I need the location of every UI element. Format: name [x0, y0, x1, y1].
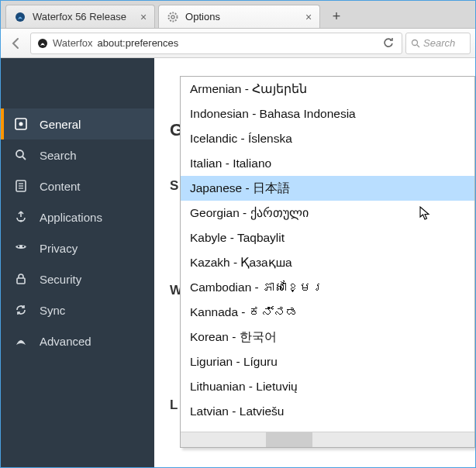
sidebar-item-security[interactable]: Security — [1, 263, 154, 294]
sidebar-item-advanced[interactable]: Advanced — [1, 325, 154, 356]
waterfox-icon — [37, 38, 48, 49]
svg-point-7 — [19, 122, 23, 126]
scrollbar-thumb[interactable] — [266, 432, 312, 448]
svg-line-9 — [22, 157, 26, 160]
sidebar-label: Privacy — [40, 242, 78, 255]
sidebar-item-general[interactable]: General — [1, 108, 154, 139]
close-icon[interactable]: × — [140, 11, 147, 23]
tab-strip: Waterfox 56 Release × Options × + — [1, 1, 475, 29]
url-text: about:preferences — [98, 37, 378, 49]
language-option[interactable]: Ligurian - Líguru — [181, 349, 474, 374]
advanced-icon — [13, 333, 29, 349]
dropdown-scrollbar[interactable] — [181, 432, 474, 447]
svg-point-14 — [18, 246, 20, 248]
sidebar-label: Advanced — [40, 335, 91, 348]
sync-icon — [13, 302, 29, 318]
sidebar-item-search[interactable]: Search — [1, 139, 154, 170]
sidebar-label: Sync — [40, 304, 65, 317]
gear-icon — [167, 11, 179, 23]
svg-point-2 — [171, 15, 174, 19]
sidebar-item-sync[interactable]: Sync — [1, 294, 154, 325]
svg-point-17 — [20, 338, 22, 340]
close-icon[interactable]: × — [305, 11, 312, 23]
svg-point-4 — [412, 40, 418, 45]
sidebar-item-applications[interactable]: Applications — [1, 201, 154, 232]
url-bar[interactable]: Waterfox about:preferences — [30, 33, 402, 54]
tab-label: Options — [185, 11, 220, 22]
language-option[interactable]: Icelandic - Íslenska — [181, 126, 474, 151]
new-tab-button[interactable]: + — [326, 6, 347, 26]
back-button[interactable] — [5, 33, 27, 54]
svg-line-5 — [417, 45, 419, 47]
privacy-icon — [13, 240, 29, 256]
language-option[interactable]: Latvian - Latviešu — [181, 399, 474, 424]
search-placeholder: Search — [423, 37, 455, 49]
sidebar-label: Search — [40, 149, 77, 162]
tab-waterfox-release[interactable]: Waterfox 56 Release × — [5, 5, 155, 28]
language-option[interactable]: Cambodian - ភាសាខ្មែរ — [181, 275, 474, 300]
language-option[interactable]: Italian - Italiano — [181, 151, 474, 176]
waterfox-icon — [14, 11, 26, 23]
tab-options[interactable]: Options × — [158, 5, 320, 28]
general-icon — [13, 116, 29, 132]
sidebar-label: Applications — [40, 211, 102, 224]
peek-letter: L — [170, 397, 178, 413]
sidebar-label: Content — [40, 180, 81, 193]
content-icon — [13, 178, 29, 194]
sidebar-label: Security — [40, 273, 81, 286]
language-option[interactable]: Kazakh - Қазақша — [181, 250, 474, 275]
search-icon — [13, 147, 29, 163]
search-icon — [411, 39, 420, 48]
applications-icon — [13, 209, 29, 225]
svg-point-1 — [169, 12, 178, 21]
dropdown-list: Armenian - ՀայերենIndonesian - Bahasa In… — [181, 77, 474, 432]
peek-letter: S — [170, 178, 178, 194]
language-option[interactable]: Japanese - 日本語 — [181, 176, 474, 201]
svg-rect-16 — [17, 278, 25, 284]
language-option[interactable]: Kannada - ಕನ್ನಡ — [181, 300, 474, 325]
svg-point-8 — [16, 150, 23, 157]
search-box[interactable]: Search — [405, 33, 471, 54]
language-option[interactable]: Korean - 한국어 — [181, 325, 474, 349]
language-dropdown[interactable]: Armenian - ՀայերենIndonesian - Bahasa In… — [180, 76, 475, 448]
language-option[interactable]: Indonesian - Bahasa Indonesia — [181, 102, 474, 126]
sidebar-item-privacy[interactable]: Privacy — [1, 232, 154, 263]
sidebar-label: General — [40, 118, 81, 131]
language-option[interactable]: Kabyle - Taqbaylit — [181, 225, 474, 250]
tab-label: Waterfox 56 Release — [33, 11, 126, 22]
reload-icon[interactable] — [383, 38, 395, 49]
sidebar-item-content[interactable]: Content — [1, 170, 154, 201]
svg-point-15 — [22, 246, 25, 248]
toolbar: Waterfox about:preferences Search — [1, 29, 475, 58]
preferences-sidebar: General Search Content Applications Priv… — [1, 58, 154, 467]
identity-label: Waterfox — [53, 37, 93, 49]
lock-icon — [13, 271, 29, 287]
language-option[interactable]: Lithuanian - Lietuvių — [181, 374, 474, 399]
language-option[interactable]: Armenian - Հայերեն — [181, 77, 474, 102]
language-option[interactable]: Georgian - ქართული — [181, 201, 474, 225]
